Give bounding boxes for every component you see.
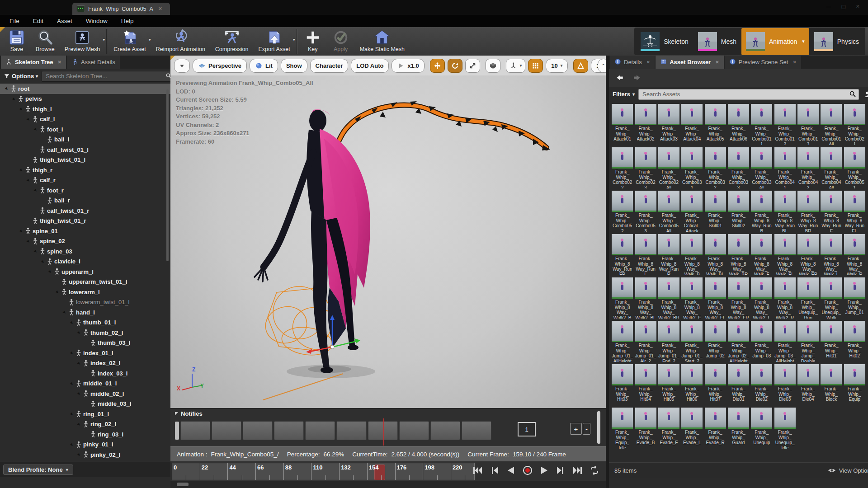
viewport-canvas[interactable]: Previewing Animation Frank_Whip_Combo05_… (170, 75, 606, 408)
tab-asset-details[interactable]: Asset Details (67, 56, 120, 69)
asset-item-frank-whip-evade-l[interactable]: Frank_Whip_Evade_L (680, 407, 703, 450)
asset-item-frank-whip-hit02[interactable]: Frank_Whip_Hit02 (843, 320, 866, 363)
notify-track-segment[interactable] (368, 421, 398, 440)
asset-item-frank-whip-8way-runbl[interactable]: Frank_Whip_8Way_RunBL (774, 190, 797, 233)
tab-close-icon[interactable]: ✕ (58, 60, 61, 65)
timeline-ruler[interactable]: 0 22 44 66 88 110 132 154 176 198 220 (172, 463, 475, 480)
tab-close-icon[interactable]: ✕ (715, 60, 719, 65)
asset-item-frank-whip-combo053[interactable]: Frank_Whip_Combo053 (634, 190, 657, 233)
asset-item-frank-whip-evade-r[interactable]: Frank_Whip_Evade_R (703, 407, 726, 450)
asset-item-frank-whip-evade-b[interactable]: Frank_Whip_Evade_B (634, 407, 657, 450)
bone-row-ball_l[interactable]: ball_l (0, 135, 170, 145)
asset-item-frank-whip-die04[interactable]: Frank_Whip_Die04 (797, 363, 820, 407)
bone-row-ring_01_l[interactable]: ▼ ring_01_l (0, 409, 170, 419)
bone-row-ring_02_l[interactable]: ▼ ring_02_l (0, 419, 170, 430)
asset-item-frank-whip-8way-runf[interactable]: Frank_Whip_8Way_RunF (820, 190, 843, 233)
asset-item-frank-whip-guard[interactable]: Frank_Whip_Guard (727, 407, 750, 450)
panel-splitter[interactable] (606, 56, 609, 488)
asset-item-frank-whip-unequip-walk[interactable]: Frank_Whip_Unequip_Walk (820, 277, 843, 320)
expand-arrow-icon[interactable]: ▼ (75, 390, 83, 398)
mode-mesh[interactable]: Mesh (693, 28, 741, 55)
notify-track-segment[interactable] (212, 421, 241, 440)
tab-asset-browser[interactable]: Asset Browser ✕ (656, 56, 723, 69)
tab-skeleton-tree[interactable]: Skeleton Tree ✕ (1, 56, 66, 69)
asset-item-frank-whip-8way-walk2-br[interactable]: Frank_Whip_8Way_Walk2_BR (657, 277, 680, 320)
asset-item-frank-whip-8way-walk2-fr[interactable]: Frank_Whip_8Way_Walk2_FR (727, 277, 750, 320)
expand-arrow-icon[interactable]: ▼ (39, 258, 47, 265)
step-forward-button[interactable] (555, 465, 567, 476)
notify-track-segment[interactable] (180, 421, 210, 440)
ruler-cell-132[interactable]: 132 (339, 463, 367, 480)
bone-row-root[interactable]: ▼ root (0, 84, 170, 94)
playback-speed-button[interactable]: x1.0 (392, 59, 424, 73)
bone-row-index_01_l[interactable]: ▼ index_01_l (0, 348, 170, 358)
asset-search-input[interactable] (638, 89, 859, 100)
bone-row-thumb_02_l[interactable]: ▼ thumb_02_l (0, 328, 170, 338)
asset-item-frank-whip-hit06[interactable]: Frank_Whip_Hit06 (680, 363, 703, 407)
browse-button[interactable]: Browse (31, 27, 60, 56)
asset-item-frank-whip-attack04[interactable]: Frank_Whip_Attack04 (680, 103, 703, 146)
asset-item-frank-whip-8way-runr[interactable]: Frank_Whip_8Way_RunR (657, 233, 680, 277)
asset-item-frank-whip-jump-03[interactable]: Frank_Whip_Jump_03 (750, 320, 773, 363)
asset-item-frank-whip-attack02[interactable]: Frank_Whip_Attack02 (634, 103, 657, 146)
skip-to-start-button[interactable] (472, 465, 483, 476)
expand-arrow-icon[interactable]: ▼ (68, 349, 75, 357)
window-controls[interactable]: —▢✕ (826, 4, 860, 9)
asset-item-frank-whip-attack03[interactable]: Frank_Whip_Attack03 (657, 103, 680, 146)
horizontal-scrollbar-nub[interactable] (177, 483, 189, 486)
expand-arrow-icon[interactable]: ▼ (75, 420, 83, 428)
bone-row-hand_l[interactable]: ▼ hand_l (0, 307, 170, 318)
asset-item-frank-whip-8way-runl[interactable]: Frank_Whip_8Way_RunL (634, 233, 657, 277)
asset-item-frank-whip-attack06[interactable]: Frank_Whip_Attack06 (727, 103, 750, 146)
dropdown-caret-icon[interactable]: ▾ (520, 63, 522, 68)
asset-item-frank-whip-combo013[interactable]: Frank_Whip_Combo013 (797, 103, 820, 146)
asset-item-frank-whip-8way-walk2-l[interactable]: Frank_Whip_8Way_Walk2_L (750, 277, 773, 320)
bone-row-thigh_r[interactable]: ▼ thigh_r (0, 165, 170, 175)
asset-item-frank-whip-combo011[interactable]: Frank_Whip_Combo011 (750, 103, 773, 146)
expand-arrow-icon[interactable]: ▼ (61, 309, 68, 316)
asset-item-frank-whip-combo05all[interactable]: Frank_Whip_Combo05All (657, 190, 680, 233)
bone-row-middle_01_l[interactable]: ▼ middle_01_l (0, 379, 170, 389)
notify-track-segment[interactable] (305, 421, 335, 440)
mode-dropdown-caret-icon[interactable]: ▾ (802, 38, 805, 44)
view-options-button[interactable]: View Options (828, 467, 868, 474)
bone-row-calf_l[interactable]: ▼ calf_l (0, 114, 170, 125)
document-tab[interactable]: Frank_Whip_Combo05_A ✕ (72, 3, 170, 15)
asset-item-frank-whip-8way-walk2-r[interactable]: Frank_Whip_8Way_Walk2_R (774, 277, 797, 320)
asset-item-frank-whip-combo04all[interactable]: Frank_Whip_Combo04All (820, 146, 843, 190)
asset-item-frank-whip-skill01[interactable]: Frank_Whip_Skill01 (703, 190, 726, 233)
notify-track-segment[interactable] (336, 421, 366, 440)
reimport-animation-button[interactable]: Reimport Animation (151, 27, 210, 56)
asset-item-frank-whip-8way-walk-b[interactable]: Frank_Whip_8Way_Walk_B (680, 233, 703, 277)
save-button[interactable]: Save (3, 27, 31, 56)
asset-item-frank-whip-8way-walk2-f[interactable]: Frank_Whip_8Way_Walk2_F (680, 277, 703, 320)
translate-tool-button[interactable] (430, 59, 445, 73)
bone-row-lowerarm_l[interactable]: ▼ lowerarm_l (0, 287, 170, 297)
notify-track-segment[interactable] (243, 421, 273, 440)
notify-track-segment[interactable] (274, 421, 304, 440)
bone-row-upperarm_twist_01_l[interactable]: upperarm_twist_01_l (0, 277, 170, 287)
bone-row-calf_r[interactable]: ▼ calf_r (0, 175, 170, 186)
notifies-scrollbar[interactable] (597, 411, 600, 444)
bone-row-thumb_03_l[interactable]: thumb_03_l (0, 338, 170, 348)
asset-item-frank-whip-8way-walk2-bl[interactable]: Frank_Whip_8Way_Walk2_BL (634, 277, 657, 320)
notify-track-count[interactable]: 1 (518, 422, 536, 436)
skeleton-tree-search-input[interactable] (42, 71, 174, 82)
asset-item-frank-whip-jump-02[interactable]: Frank_Whip_Jump_02 (703, 320, 726, 363)
notify-track-segment[interactable] (462, 421, 491, 440)
dropdown-caret-icon[interactable]: ▾ (103, 37, 105, 42)
bone-row-index_02_l[interactable]: ▼ index_02_l (0, 358, 170, 369)
forward-arrow-icon[interactable] (632, 73, 642, 82)
menu-help[interactable]: Help (114, 15, 141, 27)
asset-item-frank-whip-combo052[interactable]: Frank_Whip_Combo052 (611, 190, 634, 233)
perspective-button[interactable]: Perspective (193, 59, 247, 73)
record-button[interactable] (522, 465, 533, 476)
bone-row-calf_twist_01_l[interactable]: calf_twist_01_l (0, 145, 170, 155)
asset-item-frank-whip-hit04[interactable]: Frank_Whip_Hit04 (634, 363, 657, 407)
grid-snap-toggle-button[interactable] (528, 59, 543, 73)
key-button[interactable]: Key (299, 27, 327, 56)
bone-row-thigh_twist_01_l[interactable]: thigh_twist_01_l (0, 155, 170, 165)
expand-arrow-icon[interactable]: ▼ (32, 248, 39, 255)
expand-arrow-icon[interactable]: ▼ (10, 95, 18, 103)
asset-item-frank-whip-combo051[interactable]: Frank_Whip_Combo051 (843, 146, 866, 190)
